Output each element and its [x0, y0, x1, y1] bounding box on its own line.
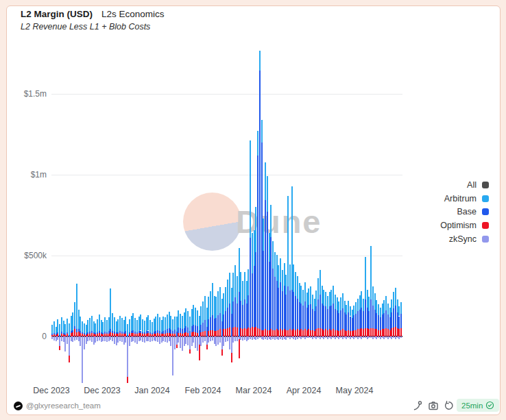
- bar[interactable]: [202, 41, 204, 387]
- bar[interactable]: [170, 41, 171, 387]
- bar[interactable]: [368, 41, 370, 387]
- bar[interactable]: [131, 41, 132, 387]
- bar[interactable]: [393, 41, 394, 387]
- bar[interactable]: [93, 41, 95, 387]
- bar[interactable]: [234, 41, 236, 387]
- bar[interactable]: [317, 41, 319, 387]
- bar[interactable]: [370, 41, 372, 387]
- bar[interactable]: [376, 41, 377, 387]
- bar[interactable]: [267, 41, 268, 387]
- bar[interactable]: [221, 41, 223, 387]
- bar[interactable]: [380, 41, 381, 387]
- bar[interactable]: [272, 41, 274, 387]
- bar[interactable]: [155, 41, 156, 387]
- legend-item-optimism[interactable]: Optimism: [440, 219, 489, 232]
- bar[interactable]: [108, 41, 110, 387]
- bar[interactable]: [127, 41, 128, 387]
- bar[interactable]: [314, 41, 315, 387]
- bar[interactable]: [112, 41, 113, 387]
- bar[interactable]: [117, 41, 119, 387]
- bar[interactable]: [244, 41, 245, 387]
- bar[interactable]: [274, 41, 276, 387]
- bar[interactable]: [223, 41, 224, 387]
- bar[interactable]: [147, 41, 149, 387]
- bar[interactable]: [350, 41, 351, 387]
- bar[interactable]: [123, 41, 125, 387]
- bar[interactable]: [400, 41, 402, 387]
- bar[interactable]: [51, 41, 53, 387]
- bar[interactable]: [116, 41, 117, 387]
- bar[interactable]: [259, 41, 261, 387]
- bar[interactable]: [330, 41, 332, 387]
- bar[interactable]: [374, 41, 376, 387]
- bar[interactable]: [178, 41, 179, 387]
- bar[interactable]: [310, 41, 311, 387]
- bar[interactable]: [397, 41, 398, 387]
- bar[interactable]: [242, 41, 243, 387]
- bar[interactable]: [302, 41, 304, 387]
- bar[interactable]: [325, 41, 326, 387]
- bar[interactable]: [157, 41, 158, 387]
- bar[interactable]: [308, 41, 309, 387]
- bar[interactable]: [162, 41, 164, 387]
- bar[interactable]: [138, 41, 140, 387]
- bar[interactable]: [142, 41, 143, 387]
- bar[interactable]: [53, 41, 55, 387]
- bar[interactable]: [191, 41, 193, 387]
- bar[interactable]: [322, 41, 323, 387]
- bar[interactable]: [215, 41, 217, 387]
- bar[interactable]: [252, 41, 253, 387]
- bar[interactable]: [180, 41, 181, 387]
- bar[interactable]: [240, 41, 241, 387]
- bar[interactable]: [97, 41, 98, 387]
- bar[interactable]: [304, 41, 306, 387]
- bar[interactable]: [84, 41, 85, 387]
- refresh-age-badge[interactable]: 25min: [457, 399, 499, 412]
- legend-item-all[interactable]: All: [440, 178, 489, 192]
- bar[interactable]: [338, 41, 339, 387]
- bar[interactable]: [246, 41, 248, 387]
- bar[interactable]: [239, 41, 240, 387]
- bar[interactable]: [82, 41, 83, 387]
- bar[interactable]: [355, 41, 357, 387]
- bar[interactable]: [204, 41, 206, 387]
- bar[interactable]: [69, 41, 70, 387]
- bar[interactable]: [121, 41, 123, 387]
- bar[interactable]: [367, 41, 368, 387]
- bar[interactable]: [187, 41, 189, 387]
- bar[interactable]: [87, 41, 88, 387]
- bar[interactable]: [299, 41, 300, 387]
- bar[interactable]: [189, 41, 191, 387]
- bar[interactable]: [225, 41, 226, 387]
- bar[interactable]: [284, 41, 285, 387]
- bar[interactable]: [184, 41, 185, 387]
- bar[interactable]: [76, 41, 77, 387]
- bar[interactable]: [227, 41, 228, 387]
- bar[interactable]: [101, 41, 102, 387]
- bar[interactable]: [229, 41, 230, 387]
- bar[interactable]: [387, 41, 389, 387]
- bar[interactable]: [114, 41, 115, 387]
- bar[interactable]: [389, 41, 391, 387]
- bar[interactable]: [167, 41, 168, 387]
- bar[interactable]: [365, 41, 366, 387]
- bar[interactable]: [263, 41, 264, 387]
- bar[interactable]: [195, 41, 196, 387]
- bar[interactable]: [80, 41, 81, 387]
- bar[interactable]: [71, 41, 72, 387]
- bar[interactable]: [165, 41, 166, 387]
- author-handle[interactable]: @glxyresearch_team: [26, 402, 101, 410]
- bar[interactable]: [182, 41, 183, 387]
- bar[interactable]: [250, 41, 251, 387]
- bar[interactable]: [199, 41, 200, 387]
- bar[interactable]: [140, 41, 141, 387]
- bar[interactable]: [74, 41, 75, 387]
- bar[interactable]: [278, 41, 279, 387]
- bar[interactable]: [291, 41, 293, 387]
- bar[interactable]: [169, 41, 170, 387]
- bar[interactable]: [383, 41, 385, 387]
- author-avatar[interactable]: [14, 402, 23, 410]
- bar[interactable]: [78, 41, 80, 387]
- bar[interactable]: [342, 41, 344, 387]
- bar[interactable]: [208, 41, 209, 387]
